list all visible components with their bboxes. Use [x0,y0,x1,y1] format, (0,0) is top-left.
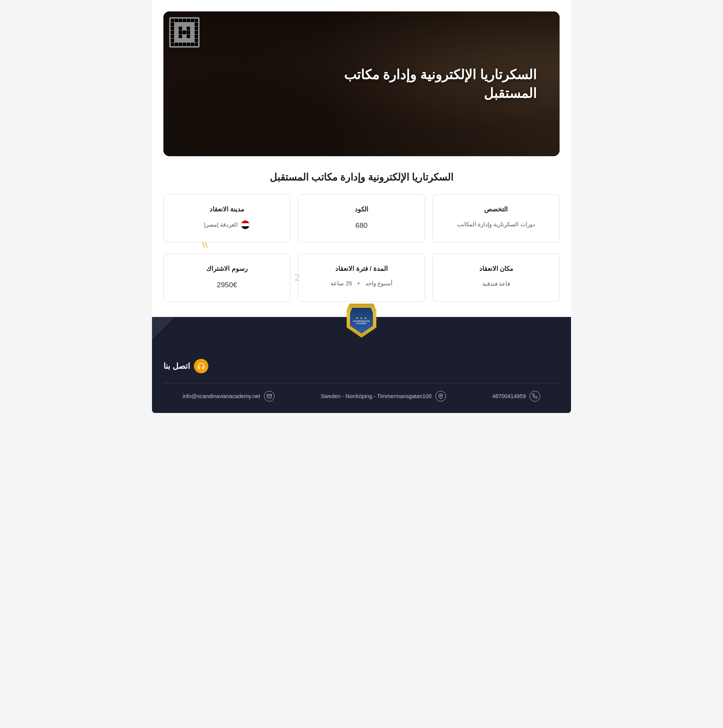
card-specialty-label: التخصص [441,205,552,213]
city-name: الغردقة )مصر( [204,221,238,228]
card-venue-label: مكان الانعقاد [441,265,552,273]
flag-bottom [241,226,250,229]
email-icon [264,391,275,402]
card-venue: مكان الانعقاد قاعة فندقية [433,254,560,302]
logo-stars: ★ ★ ★ [356,317,367,320]
location-icon [435,391,446,402]
flag-middle [241,223,250,226]
duration-week: أسبوع واحد [365,280,392,287]
card-code-label: الكود [306,205,417,213]
footer-contact-title: اتصل بنا [163,362,190,371]
card-city-label: مدينة الانعقاد [171,205,282,213]
card-city: مدينة الانعقاد الغردقة )مصر( [163,194,290,242]
hero-section: السكرتاريا الإلكترونية وإدارة مكاتب المس… [163,11,560,156]
footer-info-row: 46700414959 Sweden - Norrköping - Timmer… [163,383,560,402]
card-code-value: 680 [306,220,417,231]
footer-address-item: Sweden - Norrköping - Timmermansgatan100 [321,391,446,402]
duration-hours: 25 ساعة [331,280,352,287]
contact-headphone-icon [194,359,208,373]
egypt-flag [241,220,250,229]
footer-logo-inner: ★ ★ ★ SCANDINAVIAN ACADEMY [350,308,373,334]
section-title: السكرتاريا الإلكترونية وإدارة مكاتب المس… [163,171,560,183]
footer-contact-section: اتصل بنا [163,359,560,373]
footer-logo-wrap: ★ ★ ★ SCANDINAVIAN ACADEMY [163,304,560,338]
footer-email: info@scandinavianacademy.net [183,393,260,399]
card-fee-value: 2950€ [171,280,282,291]
svg-point-4 [440,395,441,397]
partial-number: 2 [294,272,299,283]
flag-top [241,221,250,223]
card-duration: 2 المدة / فترة الانعقاد أسبوع واحد + 25 … [298,254,425,302]
hero-title: السكرتاريا الإلكترونية وإدارة مكاتب المس… [291,65,537,103]
card-code: الكود 680 [298,194,425,242]
card-duration-value: أسبوع واحد + 25 ساعة [306,280,417,288]
card-fee-label: رسوم الاشتراك [171,265,282,273]
duration-plus: + [357,280,360,288]
footer-address: Sweden - Norrköping - Timmermansgatan100 [321,393,432,399]
hero-overlay: السكرتاريا الإلكترونية وإدارة مكاتب المس… [163,11,560,156]
card-specialty: التخصص دورات السكرتارية وإدارة المكاتب [433,194,560,242]
footer: ★ ★ ★ SCANDINAVIAN ACADEMY اتصل بنا [152,317,571,413]
footer-phone-item: 46700414959 [492,391,540,402]
phone-icon [529,391,540,402]
card-city-value: الغردقة )مصر( [171,220,282,229]
footer-phone: 46700414959 [492,393,526,399]
cards-row-1: التخصص دورات السكرتارية وإدارة المكاتب ا… [163,194,560,242]
cards-row-2: مكان الانعقاد قاعة فندقية 2 المدة / فترة… [163,254,560,302]
card-venue-value: قاعة فندقية [441,280,552,288]
logo-text-line2: ACADEMY [356,322,367,325]
card-fee: رسوم الاشتراك 2950€ [163,254,290,302]
footer-logo-shield: ★ ★ ★ SCANDINAVIAN ACADEMY [347,304,376,338]
card-specialty-value: دورات السكرتارية وإدارة المكاتب [441,220,552,229]
card-duration-label: المدة / فترة الانعقاد [306,265,417,273]
footer-email-item: info@scandinavianacademy.net [183,391,275,402]
